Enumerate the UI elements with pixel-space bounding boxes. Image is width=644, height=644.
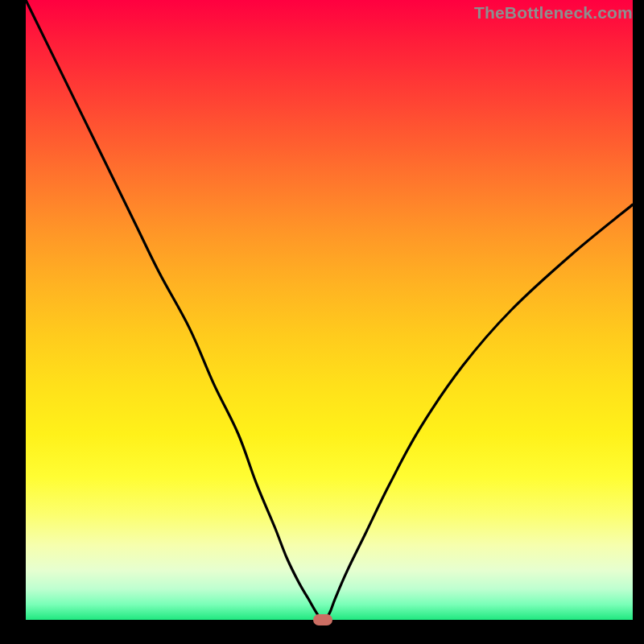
chart-frame: TheBottleneck.com	[0, 0, 644, 644]
watermark-text: TheBottleneck.com	[474, 3, 633, 23]
plot-area	[26, 0, 633, 620]
bottleneck-curve	[26, 0, 633, 620]
minimum-marker	[313, 614, 332, 625]
